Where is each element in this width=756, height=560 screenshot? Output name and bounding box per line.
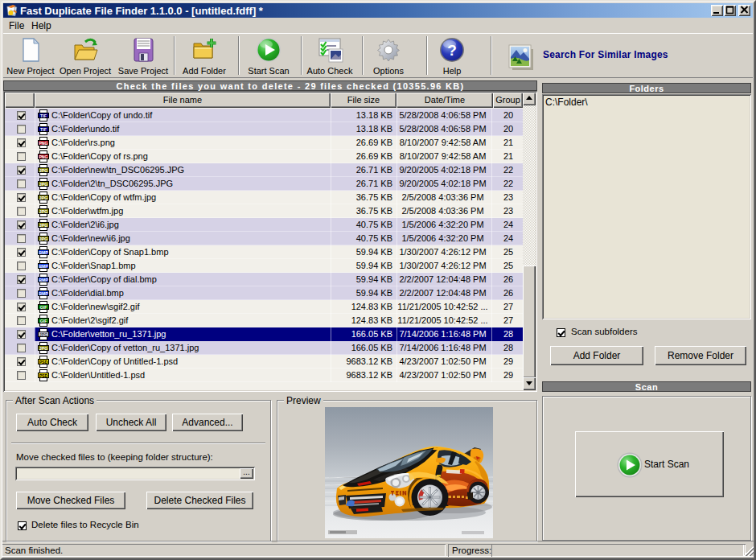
svg-text:PSD: PSD — [39, 360, 48, 364]
svg-text:JPG: JPG — [39, 209, 47, 214]
svg-text:JPG: JPG — [39, 346, 47, 351]
svg-text:BMP: BMP — [39, 250, 48, 255]
svg-text:JPG: JPG — [39, 196, 47, 200]
svg-text:JPG: JPG — [39, 223, 47, 228]
svg-text:PNG: PNG — [39, 141, 47, 146]
svg-text:PSD: PSD — [39, 373, 48, 378]
svg-text:GIF: GIF — [40, 305, 47, 310]
svg-text:TIF: TIF — [40, 113, 47, 118]
svg-text:?: ? — [447, 42, 457, 59]
svg-text:TIF: TIF — [40, 127, 47, 132]
svg-text:PNG: PNG — [39, 154, 47, 159]
svg-text:GIF: GIF — [40, 319, 47, 323]
svg-text:JPG: JPG — [39, 237, 47, 241]
svg-text:JPG: JPG — [39, 168, 47, 173]
svg-text:JPG: JPG — [39, 182, 47, 187]
svg-text:BMP: BMP — [39, 291, 48, 296]
svg-text:BMP: BMP — [39, 264, 48, 269]
svg-text:BMP: BMP — [39, 278, 48, 282]
svg-text:JPG: JPG — [39, 332, 47, 337]
